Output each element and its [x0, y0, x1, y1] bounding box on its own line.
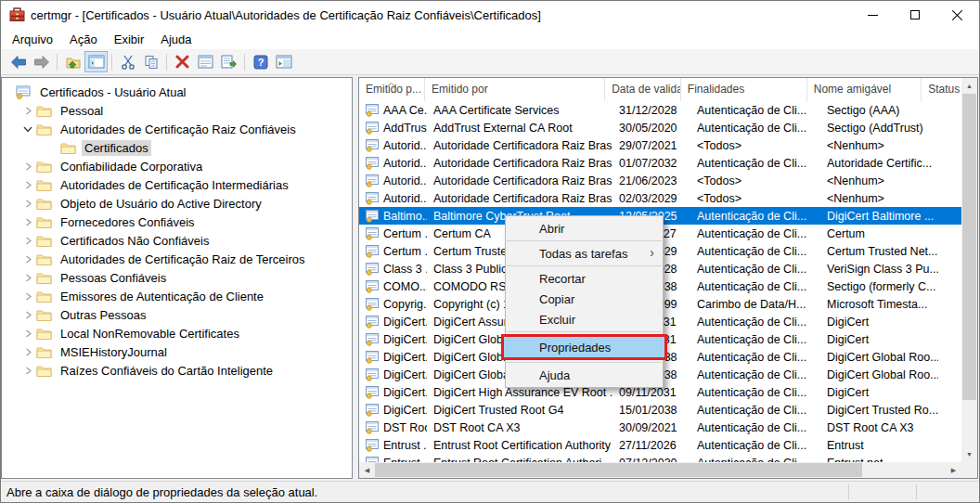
chevron-right-icon[interactable]	[20, 103, 35, 118]
context-menu-item[interactable]	[507, 240, 662, 241]
context-menu-item[interactable]: Copiar	[506, 289, 663, 309]
chevron-right-icon[interactable]	[20, 363, 35, 378]
chevron-right-icon[interactable]	[20, 289, 35, 303]
table-row[interactable]: AAA Ce... AAA Certificate Services 31/12…	[359, 101, 961, 119]
copy-button[interactable]	[139, 51, 162, 72]
context-menu-item[interactable]	[507, 362, 662, 363]
svg-text:?: ?	[257, 57, 264, 68]
tree-item[interactable]: Autoridades de Certificação Raiz Confiáv…	[2, 120, 352, 138]
tree-item-label: Pessoas Confiáveis	[58, 270, 169, 286]
chevron-right-icon[interactable]	[20, 344, 35, 359]
table-row[interactable]: Autorid... Autoridade Certificadora Raiz…	[359, 189, 961, 207]
minimize-button[interactable]	[851, 1, 894, 29]
table-row[interactable]: AddTrus... AddTrust External CA Root 30/…	[359, 119, 961, 136]
column-header-purposes[interactable]: Finalidades	[681, 78, 807, 101]
vertical-scrollbar-thumb[interactable]	[962, 94, 976, 400]
tree-item[interactable]: Pessoas Confiáveis	[2, 268, 352, 287]
scroll-up-icon[interactable]: ▲	[961, 78, 977, 94]
column-header-friendly-name[interactable]: Nome amigável	[807, 78, 922, 101]
chevron-down-icon[interactable]	[20, 122, 35, 136]
show-console-tree-button[interactable]	[84, 51, 108, 72]
menu-bar-item[interactable]: Exibir	[106, 31, 153, 48]
table-row[interactable]: Autorid... Autoridade Certificadora Raiz…	[359, 172, 961, 189]
table-row[interactable]: Entrust ... Entrust Root Certification A…	[359, 436, 961, 454]
tree-item[interactable]: Local NonRemovable Certificates	[2, 324, 352, 342]
folder-icon	[36, 215, 52, 229]
horizontal-scrollbar[interactable]: ◀ ▶	[359, 462, 961, 478]
menu-bar-item[interactable]: Ajuda	[152, 31, 200, 48]
horizontal-scrollbar-thumb[interactable]	[375, 463, 862, 477]
certificates-list-panel: Emitido p... Emitido por Data de validad…	[358, 77, 978, 479]
vertical-scrollbar[interactable]: ▲ ▼	[961, 78, 977, 462]
tree-item[interactable]: Pessoal	[2, 101, 352, 120]
show-action-pane-button[interactable]	[272, 51, 295, 72]
chevron-right-icon[interactable]	[20, 270, 35, 285]
title-bar: certmgr - [Certificados - Usuário Atual\…	[1, 1, 979, 29]
properties-window-icon	[198, 55, 213, 69]
show-action-pane-icon	[276, 55, 292, 69]
tree-item[interactable]: Outras Pessoas	[2, 305, 352, 324]
tree-item[interactable]: Certificados	[2, 138, 352, 157]
chevron-right-icon[interactable]	[20, 307, 35, 322]
tree-item[interactable]: Autoridades de Certificação Intermediári…	[2, 175, 352, 194]
chevron-right-icon[interactable]	[20, 196, 35, 211]
tree-item[interactable]: Certificados - Usuário Atual	[2, 83, 352, 101]
scroll-down-icon[interactable]: ▼	[961, 446, 977, 462]
certificate-icon	[366, 103, 380, 117]
delete-button[interactable]	[171, 51, 194, 72]
context-menu-item[interactable]: Abrir	[506, 218, 663, 239]
tree-item[interactable]: Fornecedores Confiáveis	[2, 213, 352, 231]
forward-button[interactable]	[30, 51, 53, 72]
certificate-icon	[366, 121, 380, 135]
context-menu-item[interactable]: Propriedades	[501, 334, 667, 360]
tree-item[interactable]: Raízes Confiáveis do Cartão Inteligente	[2, 361, 352, 380]
chevron-right-icon[interactable]	[20, 214, 35, 229]
scroll-right-icon[interactable]: ▶	[946, 462, 961, 478]
context-menu-item[interactable]	[507, 265, 662, 266]
context-menu-item[interactable]: Recortar	[506, 268, 663, 289]
cut-button[interactable]	[116, 51, 139, 72]
menu-bar-item[interactable]: Ação	[61, 31, 106, 48]
chevron-right-icon[interactable]	[20, 252, 35, 266]
scroll-left-icon[interactable]: ◀	[359, 462, 375, 478]
table-row[interactable]: DST Roo... DST Root CA X3 30/09/2021 Aut…	[359, 419, 961, 436]
column-header-issued-by[interactable]: Emitido por	[425, 78, 605, 101]
chevron-right-icon[interactable]	[20, 326, 35, 341]
context-menu-item[interactable]: Ajuda	[506, 365, 663, 385]
chevron-right-icon[interactable]	[20, 159, 35, 174]
tree-item[interactable]: Objeto de Usuário do Active Directory	[2, 194, 352, 213]
tree-item[interactable]: Emissores de Autenticação de Cliente	[2, 287, 352, 305]
close-button[interactable]	[936, 1, 979, 29]
column-header-issued-to[interactable]: Emitido p...	[359, 78, 425, 101]
tree-item[interactable]: Confiabilidade Corporativa	[2, 157, 352, 175]
column-header-status[interactable]: Status	[922, 78, 961, 101]
table-row[interactable]: Autorid... Autoridade Certificadora Raiz…	[359, 154, 961, 172]
chevron-right-icon[interactable]	[20, 233, 35, 248]
chevron-right-icon[interactable]	[20, 177, 35, 192]
up-one-level-button[interactable]	[61, 51, 84, 72]
maximize-button[interactable]	[894, 1, 936, 29]
tree-item[interactable]: MSIEHistoryJournal	[2, 342, 352, 361]
context-menu-item[interactable]: Todas as tarefas ›	[506, 243, 663, 264]
table-row[interactable]: DigiCert... DigiCert Trusted Root G4 15/…	[359, 401, 961, 419]
tree-item[interactable]: Certificados Não Confiáveis	[2, 231, 352, 250]
column-header-expiration[interactable]: Data de validade	[605, 78, 681, 101]
back-button[interactable]	[6, 51, 30, 72]
status-bar-divider	[848, 484, 849, 499]
tree-item-label: Pessoal	[58, 103, 106, 119]
context-menu-item[interactable]	[507, 331, 662, 332]
forward-arrow-icon	[33, 55, 50, 70]
list-header: Emitido p... Emitido por Data de validad…	[359, 78, 961, 101]
table-row[interactable]: Autorid... Autoridade Certificadora Raiz…	[359, 136, 961, 154]
context-menu-item[interactable]: Excluir	[506, 309, 663, 329]
table-row[interactable]: Entrust ... Entrust Root Certification A…	[359, 454, 961, 462]
folder-icon	[36, 104, 52, 118]
menu-bar-item[interactable]: Arquivo	[4, 31, 61, 48]
context-menu-item-label: Recortar	[539, 272, 586, 286]
toolbar-separator	[166, 54, 167, 71]
properties-button[interactable]	[194, 51, 217, 72]
help-button[interactable]: ?	[249, 51, 272, 72]
copy-icon	[144, 55, 159, 70]
tree-item[interactable]: Autoridades de Certificação Raiz de Terc…	[2, 250, 352, 268]
export-list-button[interactable]	[217, 51, 240, 72]
